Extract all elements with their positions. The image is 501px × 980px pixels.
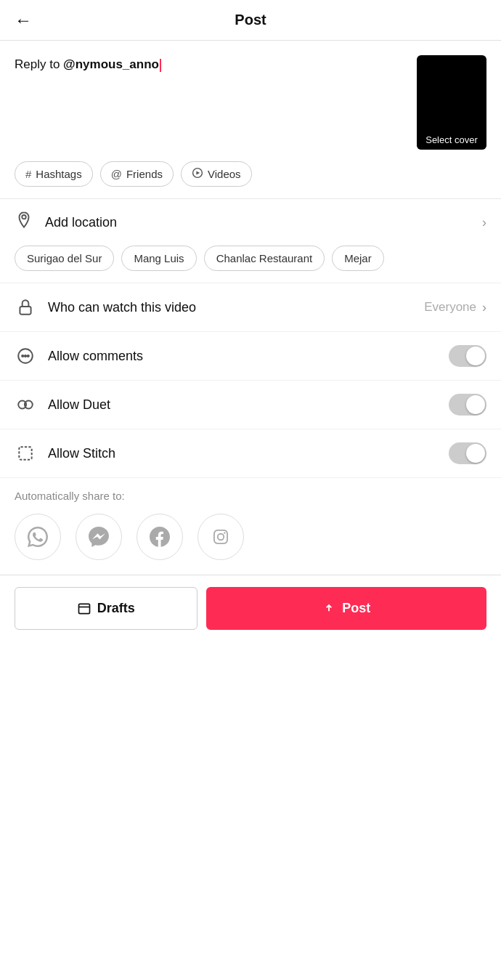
allow-duet-label: Allow Duet <box>48 397 437 413</box>
svg-marker-1 <box>196 171 200 175</box>
whatsapp-icon <box>26 525 49 548</box>
who-can-watch-value: Everyone <box>424 300 476 315</box>
friends-label: Friends <box>126 168 163 180</box>
who-can-watch-label: Who can watch this video <box>48 300 412 315</box>
auto-share-label: Automatically share to: <box>0 477 501 509</box>
messenger-button[interactable] <box>76 514 122 560</box>
page-title: Post <box>235 12 266 28</box>
bottom-bar: Drafts Post <box>0 575 501 641</box>
lock-icon <box>15 296 36 318</box>
caption-text: Reply to @nymous_anno <box>15 57 161 71</box>
add-location-row[interactable]: Add location › <box>0 199 501 246</box>
svg-rect-10 <box>19 447 31 459</box>
videos-chip[interactable]: Videos <box>181 161 252 187</box>
text-cursor <box>160 59 161 72</box>
location-chevron-icon: › <box>482 215 486 230</box>
svg-point-7 <box>28 355 29 357</box>
social-icons-row <box>0 509 501 575</box>
messenger-icon <box>87 525 110 548</box>
drafts-icon <box>77 602 91 616</box>
hashtag-icon: # <box>25 168 31 180</box>
back-button[interactable]: ← <box>15 10 32 31</box>
who-can-watch-row[interactable]: Who can watch this video Everyone › <box>0 283 501 331</box>
drafts-button[interactable]: Drafts <box>15 587 197 630</box>
caption-area: Reply to @nymous_anno Select cover <box>0 41 501 161</box>
location-suggestion-0[interactable]: Surigao del Sur <box>15 246 114 271</box>
videos-label: Videos <box>208 168 241 180</box>
post-button[interactable]: Post <box>206 587 486 630</box>
duet-icon <box>15 394 36 416</box>
hashtags-label: Hashtags <box>36 168 81 180</box>
facebook-button[interactable] <box>137 514 183 560</box>
allow-duet-row: Allow Duet <box>0 380 501 429</box>
location-suggestion-3[interactable]: Mejar <box>332 246 384 271</box>
caption-text-area[interactable]: Reply to @nymous_anno <box>15 55 405 74</box>
svg-point-5 <box>22 355 23 357</box>
instagram-button[interactable] <box>197 514 244 560</box>
video-thumbnail[interactable]: Select cover <box>417 55 486 150</box>
allow-comments-row: Allow comments <box>0 331 501 380</box>
play-icon <box>192 167 203 181</box>
who-can-watch-value-wrap: Everyone › <box>424 300 486 315</box>
location-suggestions: Surigao del Sur Mang Luis Chanlac Restau… <box>0 246 501 283</box>
reply-prefix: Reply to <box>15 57 63 71</box>
allow-stitch-row: Allow Stitch <box>0 429 501 477</box>
post-upload-icon <box>322 602 336 616</box>
select-cover-label[interactable]: Select cover <box>417 130 486 150</box>
svg-point-2 <box>22 215 25 219</box>
instagram-icon <box>209 525 232 548</box>
stitch-icon <box>15 442 36 464</box>
drafts-label: Drafts <box>97 601 135 616</box>
svg-rect-3 <box>20 307 30 315</box>
watch-chevron-icon: › <box>482 300 486 315</box>
svg-rect-11 <box>78 604 89 613</box>
allow-duet-toggle[interactable] <box>449 394 486 416</box>
allow-stitch-label: Allow Stitch <box>48 446 437 461</box>
location-suggestion-2[interactable]: Chanlac Restaurant <box>204 246 325 271</box>
tag-chips-row: # Hashtags @ Friends Videos <box>0 161 501 198</box>
allow-stitch-toggle[interactable] <box>449 442 486 464</box>
allow-comments-toggle[interactable] <box>449 345 486 367</box>
location-suggestion-1[interactable]: Mang Luis <box>121 246 196 271</box>
svg-point-6 <box>25 355 26 357</box>
allow-comments-label: Allow comments <box>48 349 437 364</box>
friends-chip[interactable]: @ Friends <box>100 161 174 187</box>
hashtags-chip[interactable]: # Hashtags <box>15 161 93 187</box>
add-location-label: Add location <box>45 215 471 230</box>
whatsapp-button[interactable] <box>15 514 61 560</box>
at-icon: @ <box>111 168 122 180</box>
header: ← Post <box>0 0 501 41</box>
location-pin-icon <box>15 211 33 234</box>
reply-username: @nymous_anno <box>63 57 159 71</box>
comment-icon <box>15 345 36 367</box>
post-label: Post <box>342 601 370 616</box>
facebook-icon <box>148 525 171 548</box>
